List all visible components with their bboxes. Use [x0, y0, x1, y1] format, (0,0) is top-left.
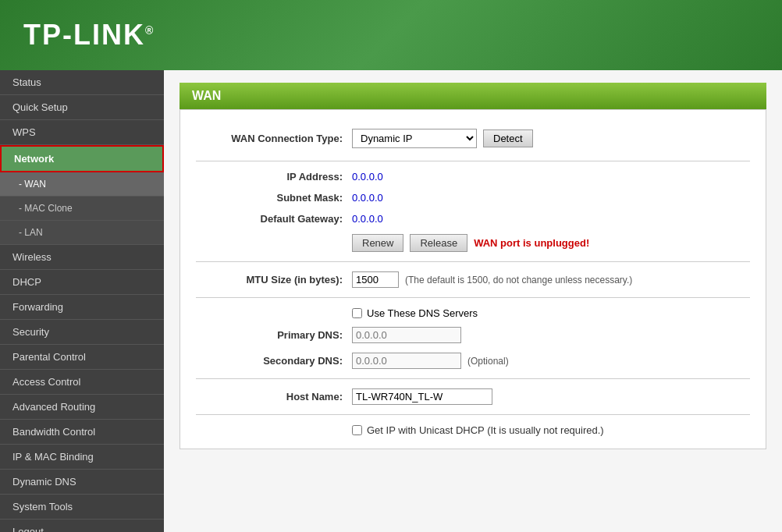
sidebar-item-access-control[interactable]: Access Control — [0, 370, 164, 395]
unicast-row: Get IP with Unicast DHCP (It is usually … — [352, 424, 750, 436]
unicast-checkbox[interactable] — [352, 425, 362, 435]
subnet-mask-value: 0.0.0.0 — [352, 192, 383, 204]
host-name-label: Host Name: — [196, 391, 352, 403]
divider-3 — [196, 297, 750, 298]
unicast-label: Get IP with Unicast DHCP (It is usually … — [367, 424, 604, 436]
mtu-row: MTU Size (in bytes): (The default is 150… — [196, 271, 750, 288]
divider-4 — [196, 378, 750, 379]
wan-connection-type-label: WAN Connection Type: — [196, 133, 352, 144]
secondary-dns-input[interactable] — [352, 353, 461, 369]
sidebar-item-parental-control[interactable]: Parental Control — [0, 345, 164, 370]
secondary-dns-row: Secondary DNS: (Optional) — [196, 353, 750, 369]
default-gateway-label: Default Gateway: — [196, 213, 352, 225]
primary-dns-row: Primary DNS: — [196, 327, 750, 343]
sidebar-item-system-tools[interactable]: System Tools — [0, 495, 164, 520]
primary-dns-label: Primary DNS: — [196, 329, 352, 341]
subnet-mask-row: Subnet Mask: 0.0.0.0 — [196, 192, 750, 204]
use-dns-label: Use These DNS Servers — [367, 307, 478, 319]
sidebar: Status Quick Setup WPS Network - WAN - M… — [0, 70, 164, 532]
logo-reg: ® — [145, 24, 155, 37]
sidebar-item-dhcp[interactable]: DHCP — [0, 270, 164, 295]
sidebar-item-wps[interactable]: WPS — [0, 120, 164, 145]
renew-release-row: Renew Release WAN port is unplugged! — [352, 234, 750, 252]
sidebar-item-dynamic-dns[interactable]: Dynamic DNS — [0, 470, 164, 495]
mtu-label: MTU Size (in bytes): — [196, 274, 352, 286]
sidebar-item-security[interactable]: Security — [0, 320, 164, 345]
renew-button[interactable]: Renew — [352, 234, 403, 252]
primary-dns-input[interactable] — [352, 327, 461, 343]
ip-address-label: IP Address: — [196, 171, 352, 183]
default-gateway-row: Default Gateway: 0.0.0.0 — [196, 213, 750, 225]
detect-button[interactable]: Detect — [483, 129, 533, 147]
wan-connection-type-select[interactable]: Dynamic IP Static IP PPPoE BigPond Cable… — [352, 129, 477, 148]
subnet-mask-label: Subnet Mask: — [196, 192, 352, 204]
mtu-hint: (The default is 1500, do not change unle… — [405, 275, 632, 286]
default-gateway-value: 0.0.0.0 — [352, 213, 383, 225]
divider-5 — [196, 414, 750, 415]
sidebar-item-mac-clone[interactable]: - MAC Clone — [0, 197, 164, 221]
wan-warning: WAN port is unplugged! — [474, 237, 589, 249]
sidebar-item-network[interactable]: Network — [0, 145, 164, 172]
sidebar-item-bandwidth-control[interactable]: Bandwidth Control — [0, 420, 164, 445]
header: TP-LINK® — [0, 0, 782, 70]
logo-text: TP-LINK — [23, 19, 145, 51]
main-layout: Status Quick Setup WPS Network - WAN - M… — [0, 70, 782, 532]
divider-2 — [196, 261, 750, 262]
ip-address-value: 0.0.0.0 — [352, 171, 383, 183]
optional-text: (Optional) — [467, 356, 509, 367]
sidebar-item-logout[interactable]: Logout — [0, 520, 164, 532]
logo: TP-LINK® — [23, 19, 155, 51]
sidebar-item-wan[interactable]: - WAN — [0, 172, 164, 197]
wan-connection-type-row: WAN Connection Type: Dynamic IP Static I… — [196, 122, 750, 148]
secondary-dns-label: Secondary DNS: — [196, 355, 352, 367]
sidebar-item-forwarding[interactable]: Forwarding — [0, 295, 164, 320]
host-name-input[interactable] — [352, 388, 492, 405]
release-button[interactable]: Release — [410, 234, 467, 252]
sidebar-item-advanced-routing[interactable]: Advanced Routing — [0, 395, 164, 420]
mtu-input[interactable] — [352, 271, 399, 288]
page-title: WAN — [180, 83, 766, 109]
use-dns-checkbox[interactable] — [352, 308, 362, 318]
sidebar-item-quick-setup[interactable]: Quick Setup — [0, 95, 164, 120]
sidebar-item-lan[interactable]: - LAN — [0, 221, 164, 245]
use-dns-row: Use These DNS Servers — [352, 307, 750, 319]
host-name-row: Host Name: — [196, 388, 750, 405]
ip-address-row: IP Address: 0.0.0.0 — [196, 171, 750, 183]
sidebar-item-status[interactable]: Status — [0, 70, 164, 95]
wan-form: WAN Connection Type: Dynamic IP Static I… — [180, 109, 766, 449]
divider-1 — [196, 161, 750, 161]
sidebar-item-wireless[interactable]: Wireless — [0, 245, 164, 270]
content-area: WAN WAN Connection Type: Dynamic IP Stat… — [164, 70, 782, 532]
sidebar-item-ip-mac-binding[interactable]: IP & MAC Binding — [0, 445, 164, 470]
